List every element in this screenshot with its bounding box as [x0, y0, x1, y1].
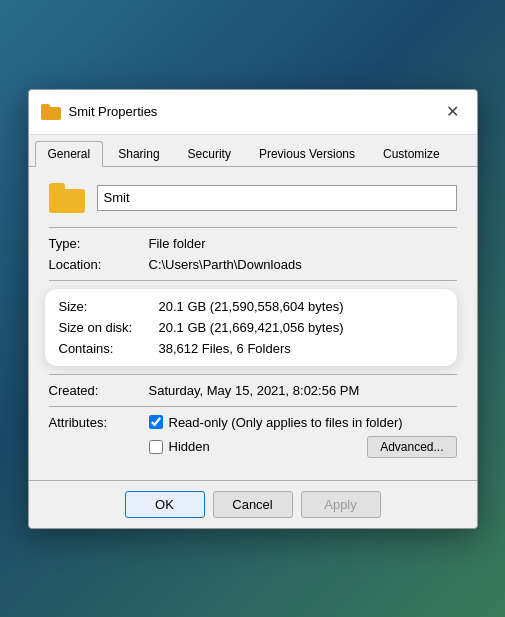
divider-3: [49, 374, 457, 375]
tab-general[interactable]: General: [35, 141, 104, 167]
close-button[interactable]: ✕: [441, 100, 465, 124]
size-value: 20.1 GB (21,590,558,604 bytes): [159, 299, 443, 314]
tab-previous-versions[interactable]: Previous Versions: [246, 141, 368, 166]
title-bar: Smit Properties ✕: [29, 90, 477, 135]
title-bar-left: Smit Properties: [41, 104, 158, 120]
hidden-checkbox[interactable]: [149, 440, 163, 454]
tab-sharing[interactable]: Sharing: [105, 141, 172, 166]
attributes-section: Attributes: Read-only (Only applies to f…: [49, 415, 457, 458]
type-value: File folder: [149, 236, 457, 251]
attributes-label: Attributes:: [49, 415, 149, 430]
created-value: Saturday, May 15, 2021, 8:02:56 PM: [149, 383, 457, 398]
contains-label: Contains:: [59, 341, 159, 356]
dialog-title: Smit Properties: [69, 104, 158, 119]
size-grid: Size: 20.1 GB (21,590,558,604 bytes) Siz…: [59, 299, 443, 356]
dialog-content: Type: File folder Location: C:\Users\Par…: [29, 167, 477, 480]
divider-1: [49, 227, 457, 228]
apply-button[interactable]: Apply: [301, 491, 381, 518]
location-label: Location:: [49, 257, 149, 272]
dialog-footer: OK Cancel Apply: [29, 480, 477, 528]
attributes-row: Attributes: Read-only (Only applies to f…: [49, 415, 457, 458]
size-on-disk-value: 20.1 GB (21,669,421,056 bytes): [159, 320, 443, 335]
contains-value: 38,612 Files, 6 Folders: [159, 341, 443, 356]
ok-button[interactable]: OK: [125, 491, 205, 518]
hidden-checkbox-row: Hidden: [149, 439, 210, 454]
created-label: Created:: [49, 383, 149, 398]
properties-dialog: Smit Properties ✕ General Sharing Securi…: [28, 89, 478, 529]
tab-security[interactable]: Security: [175, 141, 244, 166]
readonly-label: Read-only (Only applies to files in fold…: [169, 415, 403, 430]
size-on-disk-label: Size on disk:: [59, 320, 159, 335]
folder-icon-large: [49, 183, 85, 213]
folder-name-input[interactable]: [97, 185, 457, 211]
type-location-grid: Type: File folder Location: C:\Users\Par…: [49, 236, 457, 272]
readonly-row: Read-only (Only applies to files in fold…: [149, 415, 457, 430]
readonly-checkbox[interactable]: [149, 415, 163, 429]
created-grid: Created: Saturday, May 15, 2021, 8:02:56…: [49, 383, 457, 398]
cancel-button[interactable]: Cancel: [213, 491, 293, 518]
location-value: C:\Users\Parth\Downloads: [149, 257, 457, 272]
divider-2: [49, 280, 457, 281]
title-folder-icon: [41, 104, 61, 120]
folder-name-row: [49, 183, 457, 213]
type-label: Type:: [49, 236, 149, 251]
attributes-values: Read-only (Only applies to files in fold…: [149, 415, 457, 458]
tabs-bar: General Sharing Security Previous Versio…: [29, 135, 477, 167]
tab-customize[interactable]: Customize: [370, 141, 453, 166]
advanced-button[interactable]: Advanced...: [367, 436, 456, 458]
hidden-label: Hidden: [169, 439, 210, 454]
size-highlight-box: Size: 20.1 GB (21,590,558,604 bytes) Siz…: [45, 289, 457, 366]
divider-4: [49, 406, 457, 407]
hidden-row: Hidden Advanced...: [149, 436, 457, 458]
size-label: Size:: [59, 299, 159, 314]
